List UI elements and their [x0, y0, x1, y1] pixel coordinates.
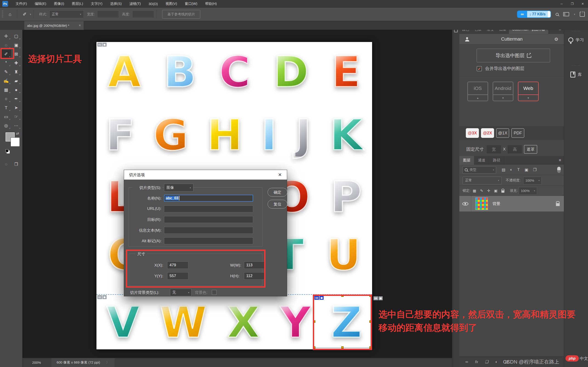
menu-item-8[interactable]: 3D(D) [145, 0, 162, 7]
default-colors-icon[interactable] [6, 149, 9, 152]
fixed-height-input[interactable]: 高 [508, 145, 522, 153]
field-input-2[interactable] [164, 206, 253, 212]
menu-item-9[interactable]: 视图(V) [162, 0, 181, 7]
history-brush-tool[interactable]: ✍ [1, 76, 11, 85]
scale-pdf-button[interactable]: PDF [511, 128, 524, 138]
more-tools[interactable]: ⋯ [11, 121, 21, 130]
clone-stamp-tool[interactable]: ♜ [11, 67, 21, 76]
layer-effects-icon[interactable]: fx [475, 360, 478, 364]
blur-tool[interactable]: ● [11, 85, 21, 94]
screen-mode-button[interactable]: ❐ [11, 160, 21, 169]
minimize-button[interactable]: ─ [556, 0, 567, 7]
lock-all-icon[interactable] [502, 190, 504, 193]
close-button[interactable]: ✕ [578, 0, 588, 7]
move-tool[interactable]: ✛ [1, 32, 11, 41]
field-input-1[interactable]: abc_03 [164, 195, 253, 202]
eyedropper-tool[interactable]: ❜ [1, 58, 11, 67]
w-input[interactable]: 113 [244, 261, 265, 269]
filter-smart-object-icon[interactable]: ❐ [533, 167, 536, 172]
brush-tool[interactable]: ✎ [1, 67, 11, 76]
platform-arrow-icon[interactable]: ▲ [468, 94, 488, 101]
height-input[interactable] [132, 10, 154, 18]
filter-type-icon[interactable]: T [517, 167, 519, 172]
selection-handle[interactable] [369, 320, 372, 323]
filter-image-icon[interactable]: ▤ [502, 167, 505, 172]
object-selection-tool[interactable]: ▣ [11, 41, 21, 50]
layer-row-background[interactable]: 背景 [459, 196, 564, 211]
background-color-swatch[interactable] [212, 290, 216, 295]
platform-arrow-icon[interactable]: ▼ [519, 94, 538, 101]
merge-export-checkbox[interactable]: ✓ [477, 66, 482, 71]
platform-android-button[interactable]: Android▼ [493, 82, 513, 101]
rectangle-tool[interactable]: ▭ [1, 112, 11, 121]
healing-brush-tool[interactable]: ✚ [11, 58, 21, 67]
background-color-swatch[interactable] [10, 137, 20, 147]
type-tool[interactable]: T [1, 103, 11, 112]
menu-item-4[interactable]: 图层(L) [68, 0, 87, 7]
gear-icon[interactable]: ⚙ [554, 36, 558, 42]
layers-menu-icon[interactable]: ≡ [556, 156, 564, 165]
selection-handle[interactable] [341, 294, 344, 297]
tab-close-icon[interactable]: × [79, 23, 81, 27]
filter-shape-icon[interactable]: ▣ [525, 167, 528, 172]
lock-pixels-icon[interactable]: ✎ [480, 189, 483, 193]
platform-web-button[interactable]: Web▼ [518, 82, 539, 101]
chevron-down-icon[interactable]: ▾ [574, 13, 575, 16]
document-size-info[interactable]: 600 像素 x 669 像素 (72 ppi) 〉 [52, 358, 114, 367]
search-icon[interactable] [556, 13, 559, 16]
blend-mode-select[interactable]: 正常 ▾ [463, 177, 502, 184]
fixed-width-input[interactable]: 宽 [487, 145, 501, 153]
opacity-input[interactable]: 100% ▾ [523, 177, 542, 184]
selection-handle[interactable] [369, 346, 372, 349]
layer-filter-select[interactable]: 类型 ▾ [463, 166, 496, 174]
scale-2x-button[interactable]: @2X [481, 128, 494, 138]
chevron-down-icon[interactable]: ▾ [30, 13, 31, 16]
scale-3x-button[interactable]: @3X [466, 128, 479, 138]
workspace-switcher-icon[interactable] [563, 12, 569, 16]
dodge-tool[interactable]: ○ [1, 94, 11, 103]
x-input[interactable]: 479 [167, 261, 188, 269]
net-speed-badge[interactable]: ∞ ↓ 77 KB/s [517, 10, 551, 18]
quick-mask-button[interactable]: ◌ [1, 160, 11, 169]
adjustment-layer-icon[interactable]: ◐ [495, 360, 498, 364]
layers-tab-2[interactable]: 通道 [474, 156, 489, 165]
selection-handle[interactable] [341, 346, 344, 349]
layer-thumbnail[interactable] [476, 198, 488, 210]
slice-tool[interactable]: ✐ [1, 50, 11, 58]
reset-button[interactable]: 复位 [268, 200, 287, 209]
selection-handle[interactable] [313, 320, 315, 323]
user-icon[interactable] [465, 37, 469, 41]
dialog-title-bar[interactable]: 切片选项 ✕ [124, 170, 287, 180]
selection-handle[interactable] [369, 294, 372, 297]
visibility-cell[interactable] [459, 196, 471, 211]
document-tab[interactable]: abc.jpg @ 200%(RGB/8#) * × [24, 21, 84, 30]
menu-item-5[interactable]: 文字(Y) [87, 0, 106, 7]
menu-item-2[interactable]: 编辑(E) [31, 0, 50, 7]
slice-selection[interactable] [314, 295, 371, 348]
menu-item-10[interactable]: 窗口(W) [181, 0, 201, 7]
maximize-button[interactable]: ❐ [567, 0, 578, 7]
filter-adjustment-icon[interactable]: ◐ [510, 167, 512, 172]
pen-tool[interactable]: ✒ [11, 94, 21, 103]
hand-tool[interactable]: ☞ [11, 112, 21, 121]
zoom-tool[interactable]: ◎ [1, 121, 11, 130]
eraser-tool[interactable]: ▰ [11, 76, 21, 85]
marquee-tool[interactable]: ▢ [11, 32, 21, 41]
slice-background-type-select[interactable]: 无 ▾ [170, 289, 191, 296]
dialog-close-icon[interactable]: ✕ [278, 172, 282, 177]
lock-artboard-icon[interactable]: ▣ [494, 189, 498, 193]
platform-arrow-icon[interactable]: ▼ [493, 94, 513, 101]
scale-1x-button[interactable]: @1X [496, 128, 509, 138]
lasso-tool[interactable]: ◌ [1, 41, 11, 50]
platform-ios-button[interactable]: iOS▲ [467, 82, 488, 101]
home-icon[interactable]: ⌂ [6, 12, 15, 17]
path-selection-tool[interactable]: ➤ [11, 103, 21, 112]
menu-item-11[interactable]: 帮助(H) [201, 0, 221, 7]
layers-tab-3[interactable]: 路径 [489, 156, 504, 165]
menu-item-7[interactable]: 滤镜(T) [126, 0, 145, 7]
menu-item-3[interactable]: 图像(I) [50, 0, 68, 7]
frame-tool[interactable]: ⊠ [11, 50, 21, 58]
fill-input[interactable]: 100% ▾ [519, 187, 537, 195]
swap-colors-icon[interactable]: ⇄ [16, 131, 19, 135]
field-input-5[interactable] [164, 237, 253, 244]
